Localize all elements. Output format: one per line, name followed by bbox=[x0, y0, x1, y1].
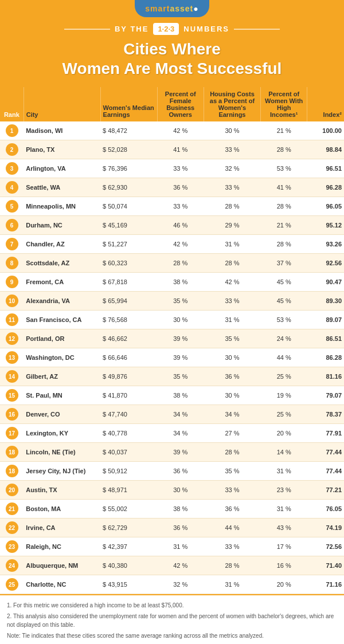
index-cell: 89.07 bbox=[307, 311, 344, 329]
earnings-cell: $ 43,915 bbox=[100, 575, 157, 594]
city-cell: Austin, TX bbox=[24, 481, 100, 500]
city-cell: Fremont, CA bbox=[24, 273, 100, 292]
rank-circle: 2 bbox=[6, 143, 18, 156]
header: smartasset● BY THE 1·2·3 NUMBERS Cities … bbox=[0, 0, 344, 87]
city-cell: Minneapolis, MN bbox=[24, 197, 100, 216]
rank-circle: 10 bbox=[6, 294, 18, 307]
index-cell: 98.84 bbox=[307, 140, 344, 159]
table-row: 15 St. Paul, MN $ 41,870 38 % 30 % 19 % … bbox=[0, 386, 344, 405]
rank-circle: 6 bbox=[6, 219, 18, 231]
earnings-cell: $ 45,169 bbox=[100, 216, 157, 235]
female-biz-cell: 39 % bbox=[157, 348, 204, 367]
housing-cell: 33 % bbox=[204, 292, 260, 311]
female-biz-cell: 42 % bbox=[157, 556, 204, 575]
data-table: Rank City Women's Median Earnings Percen… bbox=[0, 87, 344, 594]
footnotes: 1. For this metric we considered a high … bbox=[0, 594, 344, 644]
index-cell: 77.21 bbox=[307, 481, 344, 500]
table-row: 17 Lexington, KY $ 40,778 34 % 27 % 20 %… bbox=[0, 424, 344, 443]
footnote-1: 1. For this metric we considered a high … bbox=[7, 601, 337, 610]
rank-circle: 22 bbox=[6, 521, 18, 534]
rank-cell: 25 bbox=[0, 575, 24, 594]
housing-cell: 28 % bbox=[204, 197, 260, 216]
table-header-row: Rank City Women's Median Earnings Percen… bbox=[0, 87, 344, 121]
city-cell: Chandler, AZ bbox=[24, 235, 100, 254]
housing-cell: 33 % bbox=[204, 481, 260, 500]
earnings-cell: $ 40,037 bbox=[100, 443, 157, 462]
index-cell: 96.05 bbox=[307, 197, 344, 216]
housing-cell: 31 % bbox=[204, 311, 260, 329]
index-cell: 71.16 bbox=[307, 575, 344, 594]
rank-cell: 15 bbox=[0, 386, 24, 405]
col-earnings: Women's Median Earnings bbox=[100, 87, 157, 121]
table-row: 11 San Francisco, CA $ 76,568 30 % 31 % … bbox=[0, 311, 344, 329]
earnings-cell: $ 50,912 bbox=[100, 462, 157, 481]
rank-cell: 4 bbox=[0, 178, 24, 197]
city-cell: San Francisco, CA bbox=[24, 311, 100, 329]
rank-cell: 24 bbox=[0, 556, 24, 575]
table-row: 12 Portland, OR $ 46,662 39 % 35 % 24 % … bbox=[0, 329, 344, 348]
earnings-cell: $ 48,971 bbox=[100, 481, 157, 500]
city-cell: Lexington, KY bbox=[24, 424, 100, 443]
city-cell: Jersey City, NJ (Tie) bbox=[24, 462, 100, 481]
female-biz-cell: 30 % bbox=[157, 311, 204, 329]
rank-cell: 7 bbox=[0, 235, 24, 254]
city-cell: St. Paul, MN bbox=[24, 386, 100, 405]
high-income-cell: 44 % bbox=[260, 348, 307, 367]
rank-cell: 2 bbox=[0, 140, 24, 159]
table-row: 20 Austin, TX $ 48,971 30 % 33 % 23 % 77… bbox=[0, 481, 344, 500]
female-biz-cell: 36 % bbox=[157, 178, 204, 197]
rank-circle: 14 bbox=[6, 370, 18, 383]
female-biz-cell: 30 % bbox=[157, 481, 204, 500]
table-row: 13 Washington, DC $ 66,646 39 % 30 % 44 … bbox=[0, 348, 344, 367]
index-cell: 90.47 bbox=[307, 273, 344, 292]
rank-circle: 16 bbox=[6, 408, 18, 421]
female-biz-cell: 34 % bbox=[157, 424, 204, 443]
earnings-cell: $ 50,074 bbox=[100, 197, 157, 216]
female-biz-cell: 33 % bbox=[157, 159, 204, 178]
index-cell: 74.19 bbox=[307, 519, 344, 537]
index-cell: 93.26 bbox=[307, 235, 344, 254]
high-income-cell: 31 % bbox=[260, 500, 307, 519]
female-biz-cell: 33 % bbox=[157, 197, 204, 216]
index-cell: 89.30 bbox=[307, 292, 344, 311]
high-income-cell: 21 % bbox=[260, 121, 307, 140]
earnings-cell: $ 42,397 bbox=[100, 537, 157, 556]
rank-circle: 15 bbox=[6, 389, 18, 402]
high-income-cell: 19 % bbox=[260, 386, 307, 405]
index-cell: 81.16 bbox=[307, 367, 344, 386]
high-income-cell: 20 % bbox=[260, 575, 307, 594]
table-row: 14 Gilbert, AZ $ 49,876 35 % 36 % 25 % 8… bbox=[0, 367, 344, 386]
female-biz-cell: 38 % bbox=[157, 386, 204, 405]
footnote-2: 2. This analysis also considered the une… bbox=[7, 612, 337, 629]
index-cell: 96.28 bbox=[307, 178, 344, 197]
city-cell: Lincoln, NE (Tie) bbox=[24, 443, 100, 462]
housing-cell: 28 % bbox=[204, 443, 260, 462]
earnings-cell: $ 55,002 bbox=[100, 500, 157, 519]
housing-cell: 31 % bbox=[204, 575, 260, 594]
high-income-cell: 45 % bbox=[260, 273, 307, 292]
col-housing: Housing Costs as a Percent of Women's Ea… bbox=[204, 87, 260, 121]
rank-circle: 5 bbox=[6, 200, 18, 213]
earnings-cell: $ 76,396 bbox=[100, 159, 157, 178]
rank-cell: 11 bbox=[0, 311, 24, 329]
high-income-cell: 28 % bbox=[260, 197, 307, 216]
earnings-cell: $ 49,876 bbox=[100, 367, 157, 386]
high-income-cell: 28 % bbox=[260, 235, 307, 254]
rank-cell: 20 bbox=[0, 481, 24, 500]
female-biz-cell: 38 % bbox=[157, 273, 204, 292]
high-income-cell: 37 % bbox=[260, 254, 307, 273]
index-cell: 76.05 bbox=[307, 500, 344, 519]
housing-cell: 33 % bbox=[204, 537, 260, 556]
high-income-cell: 41 % bbox=[260, 178, 307, 197]
numbers-badge: 1·2·3 bbox=[153, 23, 179, 35]
earnings-cell: $ 48,472 bbox=[100, 121, 157, 140]
female-biz-cell: 39 % bbox=[157, 329, 204, 348]
female-biz-cell: 35 % bbox=[157, 292, 204, 311]
table-row: 3 Arlington, VA $ 76,396 33 % 32 % 53 % … bbox=[0, 159, 344, 178]
city-cell: Boston, MA bbox=[24, 500, 100, 519]
high-income-cell: 25 % bbox=[260, 367, 307, 386]
rank-cell: 6 bbox=[0, 216, 24, 235]
rank-cell: 12 bbox=[0, 329, 24, 348]
high-income-cell: 16 % bbox=[260, 556, 307, 575]
main-title: Cities Where Women Are Most Successful bbox=[0, 40, 344, 78]
